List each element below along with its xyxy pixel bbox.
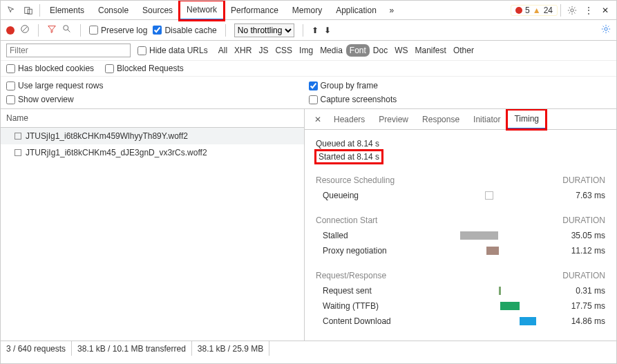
type-filter-font[interactable]: Font	[346, 44, 370, 57]
status-transferred: 38.1 kB / 10.1 MB transferred	[72, 341, 192, 356]
timing-value: 7.63 ms	[550, 191, 605, 200]
timing-label: Waiting (TTFB)	[323, 301, 453, 311]
close-detail-icon[interactable]: ✕	[309, 115, 327, 124]
timing-row: Content Download14.86 ms	[316, 314, 605, 329]
tab-console[interactable]: Console	[91, 1, 135, 19]
network-view-settings: Use large request rows Show overview Gro…	[1, 77, 616, 109]
kebab-menu-icon[interactable]: ⋮	[580, 2, 597, 19]
timing-row: Request sent0.31 ms	[316, 283, 605, 298]
show-overview-checkbox[interactable]: Show overview	[6, 95, 309, 104]
started-at-text: Started at 8.14 s	[316, 151, 382, 163]
svg-line-6	[68, 30, 70, 32]
warning-icon: ▲	[533, 6, 541, 15]
request-row[interactable]: JTUSjIg1_i6t8kCHKm459WlhyyTh89Y.woff2	[1, 128, 304, 144]
detail-tab-initiator[interactable]: Initiator	[466, 111, 507, 128]
blocked-options-row: Has blocked cookies Blocked Requests	[1, 61, 616, 77]
preserve-log-checkbox[interactable]: Preserve log	[89, 26, 147, 35]
tab-network[interactable]: Network	[180, 1, 224, 20]
filter-bar: Hide data URLs AllXHRJSCSSImgMediaFontDo…	[1, 41, 616, 61]
show-overview-label: Show overview	[18, 95, 74, 104]
timing-bar	[485, 191, 493, 200]
hide-data-urls-checkbox[interactable]: Hide data URLs	[137, 46, 208, 55]
timing-label: Stalled	[323, 231, 453, 240]
tab-application[interactable]: Application	[329, 1, 383, 19]
timing-bar	[499, 287, 501, 295]
disable-cache-label: Disable cache	[164, 26, 216, 35]
use-large-rows-checkbox[interactable]: Use large request rows	[6, 81, 309, 90]
search-icon[interactable]	[62, 24, 72, 36]
group-by-frame-checkbox[interactable]: Group by frame	[309, 81, 611, 90]
type-filter-other[interactable]: Other	[450, 44, 477, 57]
tab-sources[interactable]: Sources	[135, 1, 180, 19]
network-main-split: Name JTUSjIg1_i6t8kCHKm459WlhyyTh89Y.wof…	[1, 109, 616, 341]
request-list: JTUSjIg1_i6t8kCHKm459WlhyyTh89Y.woff2JTU…	[1, 128, 304, 341]
divider	[303, 24, 303, 37]
timing-bar	[486, 247, 499, 255]
queued-at-text: Queued at 8.14 s	[316, 137, 605, 151]
inspect-icon[interactable]	[3, 2, 20, 19]
detail-tab-headers[interactable]: Headers	[327, 111, 372, 128]
resource-type-filters: AllXHRJSCSSImgMediaFontDocWSManifestOthe…	[215, 44, 477, 57]
upload-har-icon[interactable]: ⬆	[312, 26, 319, 35]
status-resources: 38.1 kB / 25.9 MB	[192, 341, 269, 356]
type-filter-manifest[interactable]: Manifest	[412, 44, 450, 57]
preserve-log-label: Preserve log	[101, 26, 147, 35]
tab-memory[interactable]: Memory	[285, 1, 329, 19]
divider	[560, 4, 561, 17]
type-filter-img[interactable]: Img	[296, 44, 316, 57]
request-detail-pane: ✕ Headers Preview Response Initiator Tim…	[305, 109, 616, 341]
timing-label: Request sent	[323, 286, 453, 296]
request-name: JTUSjIg1_i6t8kCHKm459WlhyyTh89Y.woff2	[26, 131, 188, 141]
error-icon	[515, 7, 522, 14]
detail-tab-timing[interactable]: Timing	[507, 110, 546, 129]
timing-value: 0.31 ms	[550, 286, 605, 296]
timing-value: 17.75 ms	[550, 301, 605, 311]
type-filter-all[interactable]: All	[215, 44, 231, 57]
svg-point-7	[605, 28, 607, 30]
svg-rect-0	[25, 7, 30, 13]
file-icon	[15, 133, 21, 140]
type-filter-media[interactable]: Media	[316, 44, 346, 57]
disable-cache-checkbox[interactable]: Disable cache	[153, 26, 216, 35]
type-filter-xhr[interactable]: XHR	[231, 44, 255, 57]
close-devtools-icon[interactable]: ✕	[597, 2, 614, 19]
timing-bar	[500, 302, 520, 310]
more-tabs-icon[interactable]: »	[383, 2, 400, 19]
detail-tab-preview[interactable]: Preview	[372, 111, 415, 128]
tab-performance[interactable]: Performance	[224, 1, 285, 19]
timing-label: Proxy negotiation	[323, 246, 453, 256]
timing-panel: Queued at 8.14 s Started at 8.14 s Resou…	[305, 130, 616, 341]
request-row[interactable]: JTURjIg1_i6t8kCHKm45_dJE3gnD_vx3rCs.woff…	[1, 144, 304, 161]
type-filter-js[interactable]: JS	[255, 44, 272, 57]
network-toolbar: Preserve log Disable cache No throttling…	[1, 20, 616, 41]
detail-tab-response[interactable]: Response	[415, 111, 466, 128]
tab-elements[interactable]: Elements	[43, 1, 91, 19]
filter-input[interactable]	[6, 44, 131, 57]
devtools-tabstrip: Elements Console Sources Network Perform…	[1, 1, 616, 20]
status-bar: 3 / 640 requests 38.1 kB / 10.1 MB trans…	[1, 341, 616, 356]
clear-icon[interactable]	[20, 24, 30, 36]
blocked-requests-checkbox[interactable]: Blocked Requests	[105, 64, 184, 73]
name-column-header[interactable]: Name	[1, 109, 304, 128]
capture-screenshots-label: Capture screenshots	[321, 95, 397, 104]
has-blocked-cookies-checkbox[interactable]: Has blocked cookies	[6, 64, 94, 73]
type-filter-ws[interactable]: WS	[391, 44, 411, 57]
status-requests: 3 / 640 requests	[1, 341, 72, 356]
error-warning-badge[interactable]: 5 ▲24	[511, 5, 558, 16]
settings-gear-icon[interactable]	[564, 2, 580, 19]
download-har-icon[interactable]: ⬇	[324, 26, 331, 35]
timing-row: Queueing7.63 ms	[316, 188, 605, 203]
detail-tabs: ✕ Headers Preview Response Initiator Tim…	[305, 109, 616, 130]
throttling-select[interactable]: No throttling	[234, 23, 294, 37]
type-filter-css[interactable]: CSS	[272, 44, 296, 57]
timing-value: 35.05 ms	[550, 231, 605, 240]
error-count: 5	[525, 6, 530, 15]
device-toggle-icon[interactable]	[20, 2, 37, 19]
record-button[interactable]	[6, 26, 15, 35]
network-settings-gear-icon[interactable]	[601, 24, 611, 36]
divider	[80, 24, 81, 37]
timing-bar	[520, 317, 536, 325]
type-filter-doc[interactable]: Doc	[370, 44, 391, 57]
capture-screenshots-checkbox[interactable]: Capture screenshots	[309, 95, 611, 104]
filter-icon[interactable]	[47, 24, 57, 36]
